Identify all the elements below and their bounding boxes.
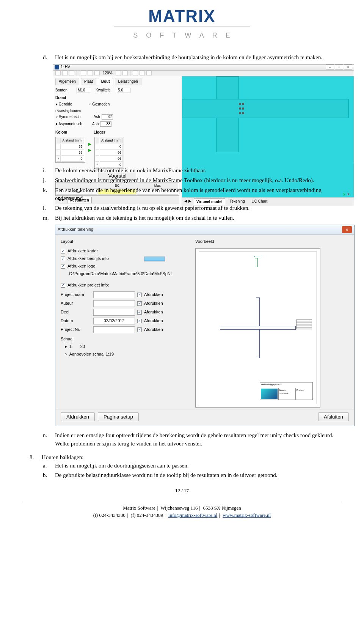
checkbox-afdrukken[interactable]: ✓ — [137, 310, 142, 315]
checkbox-afdrukken[interactable]: ✓ — [137, 293, 142, 297]
schaal-input[interactable]: 20 — [75, 344, 90, 350]
toolbar-icon[interactable] — [146, 71, 152, 76]
ligger-grid[interactable]: Afstand [mm] 0 96 96 *0 — [94, 137, 124, 169]
item-m-text: Bij het afdrukken van de tekening is het… — [55, 215, 234, 221]
dialog-button-bar: Afdrukken Pagina setup Afsluiten — [55, 409, 354, 426]
radio-schaal-1[interactable] — [64, 344, 67, 350]
tab-belastingen[interactable]: Belastingen — [115, 78, 141, 85]
minimize-button[interactable]: – — [326, 65, 334, 70]
item-8a-text: Het is nu mogelijk om de doorbuigingseis… — [55, 463, 188, 469]
afdrukken-button[interactable]: Afdrukken — [61, 412, 95, 421]
bolt-icon — [242, 112, 244, 114]
checkbox-bedrijfs[interactable]: ✓ — [61, 257, 65, 261]
radio-asymmetrisch[interactable]: Asymmetrisch — [55, 121, 82, 127]
dialog-titlebar: Afdrukken tekening × — [55, 225, 354, 235]
bolt-icon — [239, 107, 241, 110]
datum-label: Datum — [61, 318, 91, 324]
logo-header: MATRIX SOFTWARE — [0, 0, 364, 54]
item-n-text: Indien er een ernstige fout optreedt tij… — [55, 432, 333, 447]
schaal-label: Schaal — [61, 336, 191, 342]
page-footer: Matrix Software| Wijchenseweg 116| 6538 … — [0, 503, 364, 527]
top-detail — [254, 256, 261, 269]
tab-algemeen[interactable]: Algemeen — [55, 78, 79, 85]
preview-sheet: Verbindinggegevens Matrix SoftwareProjec… — [195, 248, 320, 408]
auteur-label: Auteur — [61, 301, 91, 307]
bolt-icon — [239, 103, 241, 105]
toolbar-icon[interactable] — [55, 71, 61, 76]
radio-gerolde[interactable]: Gerolde — [55, 102, 72, 107]
bolt-icon — [242, 103, 244, 105]
afsluiten-button[interactable]: Afsluiten — [318, 412, 349, 421]
dialog-title: Afdrukken tekening — [58, 227, 93, 233]
toolbar-icon[interactable] — [133, 71, 138, 76]
zoom-out-icon[interactable] — [94, 71, 100, 76]
arrow-right-icon[interactable]: ▶ — [88, 142, 91, 147]
logo-sub-text: SOFTWARE — [0, 30, 364, 40]
toolbar-icon[interactable] — [116, 71, 121, 76]
page-number: 12 / 17 — [23, 487, 341, 494]
toolbar-icon[interactable] — [122, 71, 128, 76]
afstand-col-header: Afstand [mm] — [100, 138, 123, 143]
chk-bedrijfs-label: Afdrukken bedrijfs info — [67, 256, 109, 262]
tab-plaat[interactable]: Plaat — [81, 78, 96, 85]
dialog-preview-panel: Voorbeeld — [195, 239, 349, 408]
bouten-size-combo[interactable]: M16 — [77, 88, 90, 93]
checkbox-logo[interactable]: ✓ — [61, 264, 65, 269]
website-link[interactable]: www.matrix-software.nl — [223, 512, 271, 518]
chk-project-label: Afdrukken project info: — [67, 282, 109, 288]
kolom-header: Kolom — [55, 130, 67, 135]
ash-input-2[interactable]: 33 — [100, 121, 111, 127]
toolbar-icon[interactable] — [62, 71, 67, 76]
checkbox-kader[interactable]: ✓ — [61, 249, 65, 253]
auteur-input[interactable] — [93, 300, 135, 307]
ash-input-1[interactable]: 32 — [102, 114, 113, 120]
app-window-screenshot: 1: HV – □ × 120% — [53, 64, 354, 163]
ash-label-2: Ash — [92, 121, 99, 127]
deel-label: Deel — [61, 309, 91, 315]
radio-gesneden[interactable]: Gesneden — [89, 102, 110, 107]
item-j-text: Staalverbindingen is nu geïntegreerd in … — [55, 177, 314, 183]
item-d-text: Het is nu mogelijk om bij een hoekstaalv… — [55, 54, 322, 60]
radio-symmetrisch[interactable]: Symmetrisch — [55, 114, 81, 120]
deel-input[interactable] — [93, 309, 135, 316]
item-i-text: De kolom evenwichtscontrole is nu ook in… — [55, 167, 206, 173]
close-button[interactable]: × — [344, 65, 352, 70]
elevation-drawing — [256, 297, 260, 358]
app-toolbar: 120% — [53, 71, 354, 77]
projectnaam-input[interactable] — [93, 291, 135, 298]
title-block: Verbindinggegevens Matrix SoftwareProjec… — [260, 382, 313, 400]
tab-bout[interactable]: Bout — [98, 78, 113, 85]
arrow-right-icon[interactable]: ▶ — [88, 148, 91, 153]
checkbox-afdrukken[interactable]: ✓ — [137, 319, 142, 323]
checkbox-afdrukken[interactable]: ✓ — [137, 301, 142, 306]
zoom-icon[interactable] — [88, 71, 93, 76]
item-l-text: De tekening van de staalverbinding is nu… — [55, 205, 249, 211]
kolom-grid[interactable]: Afstand [mm] 63 96 *0 — [55, 137, 85, 163]
ligger-header: Ligger — [94, 130, 105, 135]
dialog-close-button[interactable]: × — [342, 226, 352, 233]
plaatsing-label: Plaatsing bouten — [55, 109, 179, 113]
pagina-setup-button[interactable]: Pagina setup — [98, 412, 139, 421]
zoom-value: 120% — [101, 71, 114, 76]
zoom-in-icon[interactable] — [81, 71, 86, 76]
bolt-icon — [239, 112, 241, 114]
toolbar-icon[interactable] — [140, 71, 145, 76]
print-icon[interactable] — [69, 71, 74, 76]
checkbox-afdrukken[interactable]: ✓ — [137, 327, 142, 332]
email-link[interactable]: info@matrix-software.nl — [168, 512, 217, 518]
list-item-d: d.Het is nu mogelijk om bij een hoekstaa… — [55, 54, 341, 163]
afstand-col-header: Afstand [mm] — [61, 138, 84, 143]
datum-input[interactable]: 02/02/2012 — [93, 318, 135, 324]
bolt-icon — [242, 107, 244, 110]
projectnr-label: Project Nr. — [61, 327, 91, 333]
maximize-button[interactable]: □ — [335, 65, 343, 70]
app-title: 1: HV — [61, 65, 70, 70]
list-item-k: k.Een stalen kolom die in het verlengde … — [55, 186, 341, 203]
checkbox-project[interactable]: ✓ — [61, 283, 65, 288]
kwaliteit-label: Kwaliteit — [96, 88, 115, 93]
logo-main-text: MATRIX — [0, 9, 364, 23]
projectnr-input[interactable] — [93, 326, 135, 333]
radio-aanbevolen[interactable] — [64, 351, 67, 357]
ash-label-1: Ash — [94, 114, 100, 120]
kwaliteit-combo[interactable]: 5.6 — [117, 88, 130, 93]
